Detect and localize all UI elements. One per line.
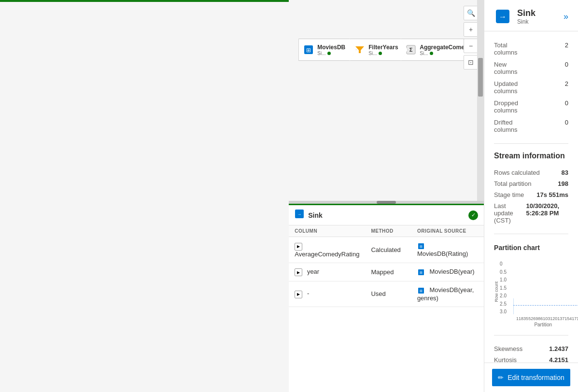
bottom-data-panel: → Sink ✓ COLUMN METHOD ORIGINAL SOURCE ▶… [289,204,484,392]
stream-stat-rows-calculated: Rows calculated 83 [494,167,568,178]
stats-grid: Total columns 2 New columns 0 Updated co… [494,39,568,144]
scroll-divider [289,201,484,204]
row1-source-icon: ⊞ [417,242,425,250]
table-row: ▶ AverageComedyRating Calculated ⊞ Movie… [289,237,484,263]
chart-title: Partition chart [494,244,568,252]
moviesdb-icon: ⊞ [303,44,314,56]
row3-source-icon: ⊞ [417,287,425,294]
row1-source: MoviesDB(Rating) [417,250,468,257]
edit-label: Edit transformation [508,374,564,381]
row3-expand-btn[interactable]: ▶ [295,291,302,298]
chart-x-labels: 1 18 35 52 69 86 103 120 137 154 171 188 [500,316,578,321]
edit-icon: ✏ [498,374,504,381]
expand-panel-icon[interactable]: » [564,12,568,22]
table-row: ▶ - Used ⊞ MoviesDB(year, genres) [289,281,484,307]
right-panel-header: → Sink Sink » [484,0,578,31]
zoom-out-button[interactable]: − [464,39,478,53]
pipeline-nodes: ⊞ MoviesDB Si... [298,39,484,61]
moviesdb-title: MoviesDB [317,44,345,51]
svg-text:⊞: ⊞ [306,47,311,54]
chart-y-axis: 3.0 2.5 2.0 1.5 1.0 0.5 0 [500,261,513,314]
stat-value-2: 2 [531,78,568,97]
row3-source: MoviesDB(year, genres) [417,286,474,302]
right-panel-content: Total columns 2 New columns 0 Updated co… [484,31,578,363]
row3-method: Used [365,281,411,307]
search-button[interactable]: 🔍 [464,6,478,20]
bottom-sink-icon: → [295,209,304,221]
chart-x-title: Partition [500,322,578,327]
right-panel-subtitle: Sink [517,18,536,25]
right-panel-footer: ✏ Edit transformation [484,363,578,392]
row2-source: MoviesDB(year) [430,268,475,275]
filteryears-status-dot [379,52,382,55]
scrollbar-thumb [478,58,483,97]
canvas-toolbar: 🔍 + − ⊡ [464,6,478,70]
row2-method: Mapped [365,263,411,281]
scroll-handle [377,201,396,204]
filteryears-title: FilterYears [368,44,398,51]
row1-method: Calculated [365,237,411,263]
kurtosis-stat: Kurtosis 4.2151 [494,354,568,363]
stream-info-title: Stream information [494,152,568,160]
skewness-stat: Skewness 1.2437 [494,343,568,354]
moviesdb-status-dot [327,52,331,55]
bottom-panel-title: Sink [308,211,465,219]
row3-column: - [307,290,309,297]
svg-text:Σ: Σ [409,47,413,53]
svg-text:⊞: ⊞ [420,271,423,274]
node-filteryears[interactable]: FilterYears Si... [350,39,408,61]
node-moviesdb[interactable]: ⊞ MoviesDB Si... [298,39,356,61]
chart-bar [513,298,514,314]
row1-expand-btn[interactable]: ▶ [295,243,302,251]
data-table: COLUMN METHOD ORIGINAL SOURCE ▶ AverageC… [289,225,484,307]
stat-label-0: Total columns [494,39,531,58]
svg-text:→: → [499,13,507,21]
col-header-method: METHOD [365,225,411,237]
table-row: ▶ year Mapped ⊞ MoviesDB(year) [289,263,484,281]
col-header-column: COLUMN [289,225,365,237]
bottom-panel-header: → Sink ✓ [289,205,484,225]
svg-marker-2 [355,46,364,53]
zoom-in-button[interactable]: + [464,22,478,37]
stat-value-4: 0 [531,116,568,136]
stat-label-1: New columns [494,58,531,78]
extra-stats: Skewness 1.2437 Kurtosis 4.2151 [494,335,568,363]
fit-button[interactable]: ⊡ [464,55,478,70]
stat-value-3: 0 [531,97,568,116]
chart-y-title: Row count [494,281,499,302]
chart-dashed-line [513,305,578,306]
svg-text:⊞: ⊞ [420,289,423,293]
left-panel: 🔍 + − ⊡ ⊞ MoviesDB Si... [289,0,484,392]
bottom-check-icon: ✓ [468,210,478,220]
vertical-scrollbar[interactable] [477,0,484,201]
aggregate-status-dot [430,52,433,55]
svg-text:⊞: ⊞ [420,245,423,248]
right-panel: → Sink Sink » Total columns 2 New column… [484,0,578,392]
row2-source-icon: ⊞ [417,268,425,276]
partition-chart-section: Partition chart Row count 3.0 2.5 2.0 1.… [494,244,568,327]
chart-bars [513,261,578,314]
row2-expand-btn[interactable]: ▶ [295,268,302,276]
stream-stat-total-partition: Total partition 198 [494,178,568,189]
stat-label-3: Dropped columns [494,97,531,116]
svg-text:→: → [297,212,302,217]
stat-label-2: Updated columns [494,78,531,97]
stat-label-4: Drifted columns [494,116,531,136]
right-panel-title: Sink [517,8,536,18]
right-sink-icon: → [494,8,511,25]
stream-information-section: Stream information Rows calculated 83 To… [494,152,568,234]
row2-column: year [307,268,319,275]
stream-stat-stage-time: Stage time 17s 551ms [494,189,568,200]
stat-value-1: 0 [531,58,568,78]
edit-transformation-button[interactable]: ✏ Edit transformation [492,369,570,386]
stream-stat-last-update: Last update (CST) 10/30/2020, 5:26:28 PM [494,200,568,226]
col-header-source: ORIGINAL SOURCE [411,225,484,237]
chart-area [513,261,578,314]
row1-column: AverageComedyRating [295,251,359,258]
stat-value-0: 2 [531,39,568,58]
flow-canvas: 🔍 + − ⊡ ⊞ MoviesDB Si... [289,0,484,201]
